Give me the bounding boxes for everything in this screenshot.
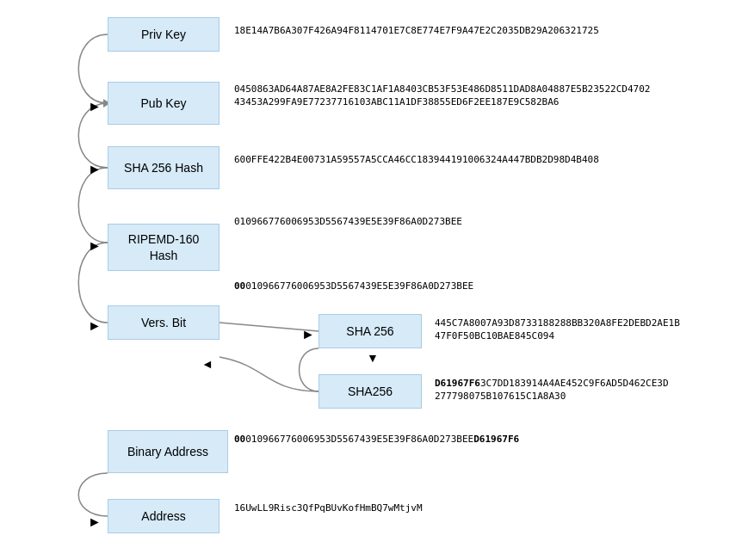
val-sha256b: D61967F63C7DD183914A4AE452C9F6AD5D462CE3… <box>435 377 669 403</box>
arrow-versbit: ► <box>88 318 102 334</box>
val-sha256a: 445C7A8007A93D8733188288BB320A8FE2DEBD2A… <box>435 317 680 343</box>
sha256a-box: SHA 256 <box>319 314 422 348</box>
val-ripemd-before: 010966776006953D5567439E5E39F86A0D273BEE <box>234 215 462 228</box>
arrow-pubkey: ► <box>88 99 102 114</box>
val-sha256hash: 600FFE422B4E00731A59557A5CCA46CC18394419… <box>234 153 599 166</box>
pubkey-box: Pub Key <box>108 82 220 125</box>
arrow-sha256hash: ► <box>88 162 102 177</box>
val-pubkey: 0450863AD64A87AE8A2FE83C1AF1A8403CB53F53… <box>234 83 650 109</box>
versbit-box: Vers. Bit <box>108 305 220 340</box>
sha256hash-box: SHA 256 Hash <box>108 146 220 189</box>
arrow-sha256a: ► <box>301 327 315 342</box>
arrow-ripemd: ► <box>88 238 102 254</box>
privkey-box: Priv Key <box>108 17 220 52</box>
address-box: Address <box>108 499 220 533</box>
arrow-address: ► <box>88 514 102 530</box>
sha256b-box: SHA256 <box>319 374 422 409</box>
val-privkey: 18E14A7B6A307F426A94F8114701E7C8E774E7F9… <box>234 24 599 37</box>
val-binaryaddr: 00010966776006953D5567439E5E39F86A0D273B… <box>234 433 519 446</box>
arrow-back: ◄ <box>201 357 213 371</box>
arrow-sha256b-down: ▼ <box>367 351 379 365</box>
ripemd160-box: RIPEMD-160Hash <box>108 224 220 271</box>
val-ripemd-after: 00010966776006953D5567439E5E39F86A0D273B… <box>234 280 473 292</box>
diagram: Priv Key Pub Key SHA 256 Hash RIPEMD-160… <box>0 0 736 560</box>
binaryaddr-box: Binary Address <box>108 430 228 473</box>
val-address: 16UwLL9Risc3QfPqBUvKofHmBQ7wMtjvM <box>234 502 423 514</box>
